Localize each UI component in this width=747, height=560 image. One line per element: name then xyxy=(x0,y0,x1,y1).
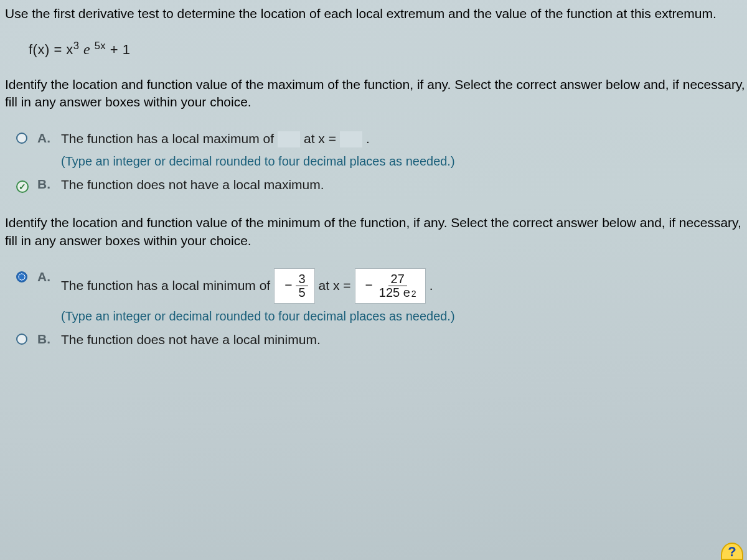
answer-blank-1[interactable] xyxy=(278,131,300,147)
min-choice-a[interactable]: A. The function has a local minimum of −… xyxy=(16,268,747,325)
problem-statement: Use the first derivative test to determi… xyxy=(5,5,747,22)
frac1-den: 5 xyxy=(296,286,308,299)
fraction-1: 35 xyxy=(296,273,308,299)
neg-sign: − xyxy=(284,278,292,292)
equation-exp1: 3 xyxy=(73,40,80,51)
help-icon[interactable]: ? xyxy=(721,543,743,560)
min-a-text-pre: The function has a local minimum of xyxy=(61,276,270,295)
frac2-den-exp: 2 xyxy=(411,289,416,299)
max-b-text: The function does not have a local maxim… xyxy=(61,177,324,192)
min-b-text: The function does not have a local minim… xyxy=(61,332,321,347)
answer-box-min-x[interactable]: −27125 e2 xyxy=(355,268,426,304)
frac2-den: 125 e2 xyxy=(377,286,419,299)
period: . xyxy=(366,129,370,148)
max-a-hint: (Type an integer or decimal rounded to f… xyxy=(61,152,747,170)
equation-lhs: f(x) = x xyxy=(29,42,73,58)
choice-body: The function has a local minimum of −35 … xyxy=(61,268,747,325)
radio-selected-icon[interactable] xyxy=(16,271,27,282)
choice-body: The function has a local maximum of at x… xyxy=(61,129,747,170)
answer-blank-2[interactable] xyxy=(340,131,362,147)
frac2-den-base: 125 e xyxy=(379,286,410,299)
max-choice-a[interactable]: A. The function has a local maximum of a… xyxy=(16,129,747,170)
choice-body: The function does not have a local minim… xyxy=(61,330,747,349)
neg-sign: − xyxy=(365,278,373,292)
min-a-hint: (Type an integer or decimal rounded to f… xyxy=(61,307,747,325)
max-a-text-mid: at x = xyxy=(304,129,336,148)
period: . xyxy=(430,276,433,295)
equation-tail: + 1 xyxy=(106,42,130,58)
choice-letter: A. xyxy=(37,129,55,146)
choice-body: The function does not have a local maxim… xyxy=(61,175,747,194)
frac2-num: 27 xyxy=(388,273,407,286)
check-icon[interactable]: ✓ xyxy=(16,180,29,193)
equation-exp2: 5x xyxy=(95,40,106,51)
radio-icon[interactable] xyxy=(16,133,27,144)
min-instruction: Identify the location and function value… xyxy=(5,214,747,250)
max-choices: A. The function has a local maximum of a… xyxy=(16,129,747,194)
max-instruction: Identify the location and function value… xyxy=(5,76,747,111)
min-a-text-mid: at x = xyxy=(319,276,351,295)
choice-letter: A. xyxy=(37,268,55,284)
min-choices: A. The function has a local minimum of −… xyxy=(16,268,747,349)
choice-letter: B. xyxy=(37,175,55,192)
function-equation: f(x) = x3 e 5x + 1 xyxy=(29,40,747,58)
answer-box-min-value[interactable]: −35 xyxy=(274,268,314,304)
choice-letter: B. xyxy=(37,330,55,347)
radio-icon[interactable] xyxy=(16,334,27,345)
min-choice-b[interactable]: B. The function does not have a local mi… xyxy=(16,330,747,349)
max-a-text-pre: The function has a local maximum of xyxy=(61,129,274,148)
equation-e: e xyxy=(80,42,95,58)
fraction-2: 27125 e2 xyxy=(377,273,419,299)
max-choice-b[interactable]: ✓ B. The function does not have a local … xyxy=(16,175,747,194)
frac1-num: 3 xyxy=(296,273,308,286)
